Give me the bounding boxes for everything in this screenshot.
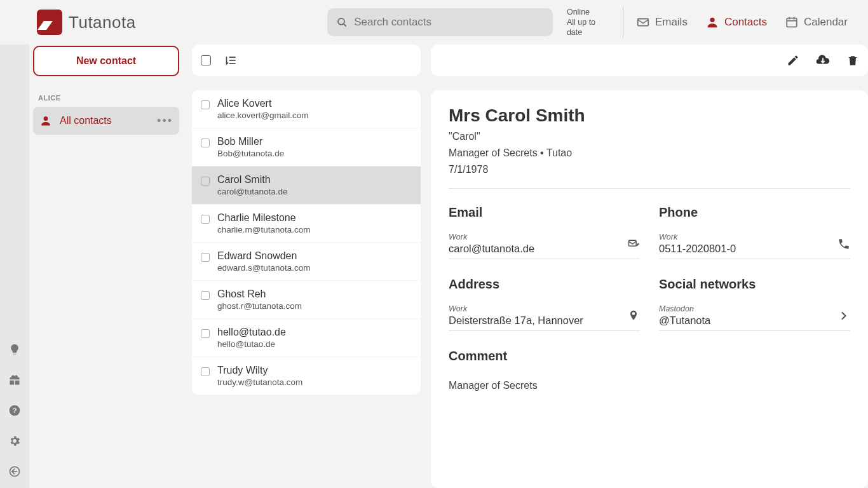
- svg-text:?: ?: [12, 406, 17, 414]
- svg-point-2: [710, 18, 714, 22]
- settings-icon[interactable]: [8, 435, 21, 450]
- svg-rect-16: [629, 240, 637, 246]
- row-checkbox[interactable]: [201, 329, 210, 338]
- contact-name: Bob Miller: [217, 136, 284, 147]
- contact-role: Manager of Secrets • Tutao: [449, 147, 850, 159]
- row-checkbox[interactable]: [201, 177, 210, 186]
- edit-icon[interactable]: [787, 54, 799, 67]
- contact-title: Mrs Carol Smith: [449, 105, 850, 126]
- row-checkbox[interactable]: [201, 367, 210, 376]
- contact-email: charlie.m@tutanota.com: [217, 225, 311, 234]
- nav-emails[interactable]: Emails: [627, 0, 696, 44]
- contact-name: Alice Kovert: [217, 98, 309, 109]
- sidebar-item-all-contacts[interactable]: All contacts •••: [33, 107, 179, 135]
- search-container: [327, 8, 553, 36]
- contact-row[interactable]: Carol Smithcarol@tutanota.de: [192, 166, 421, 204]
- nav-calendar[interactable]: Calendar: [776, 0, 857, 44]
- contact-dob: 7/1/1978: [449, 164, 850, 175]
- tip-icon[interactable]: [8, 343, 21, 358]
- row-checkbox[interactable]: [201, 253, 210, 262]
- row-checkbox[interactable]: [201, 291, 210, 300]
- call-icon[interactable]: [837, 238, 850, 253]
- search-input[interactable]: [354, 16, 544, 29]
- contact-email: alice.kovert@gmail.com: [217, 111, 309, 120]
- app-body: ? New contact ALICE All contacts ••• Ali…: [0, 44, 868, 488]
- top-nav: Emails Contacts Calendar: [627, 0, 857, 44]
- detail-toolbar: [431, 44, 868, 76]
- compose-mail-icon[interactable]: [627, 238, 640, 253]
- contact-row[interactable]: hello@tutao.dehello@tutao.de: [192, 319, 421, 356]
- svg-point-11: [44, 116, 48, 121]
- left-rail: ?: [0, 44, 29, 488]
- contact-nick: "Carol": [449, 131, 850, 142]
- section-phone-heading: Phone: [659, 205, 850, 220]
- row-checkbox[interactable]: [201, 139, 210, 147]
- nav-emails-label: Emails: [655, 16, 688, 29]
- svg-line-1: [343, 24, 346, 26]
- contact-email: edward.s@tutanota.com: [217, 263, 311, 273]
- contact-row[interactable]: Ghost Rehghost.r@tutanota.com: [192, 281, 421, 318]
- sidebar-owner-label: ALICE: [38, 94, 179, 102]
- contact-name: Trudy Wilty: [217, 365, 302, 376]
- field-address-label: Work: [449, 304, 621, 313]
- sort-list-icon[interactable]: [225, 54, 238, 67]
- logout-icon[interactable]: [8, 465, 21, 480]
- contact-detail: Mrs Carol Smith "Carol" Manager of Secre…: [431, 90, 868, 488]
- contact-row-text: Trudy Wiltytrudy.w@tutanota.com: [217, 365, 302, 387]
- select-all-checkbox[interactable]: [201, 55, 211, 65]
- divider: [449, 188, 850, 189]
- app-header: Tutanota Online All up to date Emails Co…: [0, 0, 868, 44]
- list-toolbar: [192, 44, 421, 76]
- contact-row[interactable]: Charlie Milestonecharlie.m@tutanota.com: [192, 205, 421, 242]
- contact-row-text: Bob MillerBob@tutanota.de: [217, 136, 284, 158]
- field-phone-label: Work: [659, 233, 831, 241]
- field-address: Work Deisterstraße 17a, Hannover: [449, 303, 640, 331]
- contact-row-text: Charlie Milestonecharlie.m@tutanota.com: [217, 212, 311, 234]
- delete-icon[interactable]: [846, 54, 859, 67]
- gift-icon[interactable]: [8, 374, 21, 389]
- nav-calendar-label: Calendar: [804, 16, 848, 29]
- field-phone-value: 0511-2020801-0: [659, 243, 831, 255]
- detail-pane: Mrs Carol Smith "Carol" Manager of Secre…: [431, 44, 868, 488]
- sidebar: New contact ALICE All contacts •••: [29, 44, 183, 488]
- search-field[interactable]: [327, 8, 553, 36]
- contact-row-text: Edward Snowdenedward.s@tutanota.com: [217, 250, 311, 273]
- download-icon[interactable]: [816, 53, 830, 67]
- contact-name: Charlie Milestone: [217, 212, 311, 224]
- contact-row[interactable]: Alice Kovertalice.kovert@gmail.com: [192, 90, 421, 128]
- contact-row-text: Ghost Rehghost.r@tutanota.com: [217, 288, 302, 311]
- contact-email: hello@tutao.de: [217, 339, 286, 349]
- section-social-heading: Social networks: [659, 277, 850, 292]
- more-icon[interactable]: •••: [157, 114, 173, 128]
- contact-email: carol@tutanota.de: [217, 187, 288, 196]
- person-icon: [705, 15, 719, 29]
- section-social: Social networks Mastodon @Tutanota: [659, 277, 850, 331]
- new-contact-button[interactable]: New contact: [33, 46, 179, 76]
- section-address-heading: Address: [449, 277, 640, 292]
- section-email: Email Work carol@tutanota.de: [449, 205, 640, 259]
- svg-rect-3: [787, 18, 797, 27]
- calendar-icon: [785, 15, 799, 29]
- status-online: Online: [567, 7, 611, 17]
- contact-row-text: Alice Kovertalice.kovert@gmail.com: [217, 98, 309, 120]
- field-social-label: Mastodon: [659, 304, 831, 313]
- contact-name: hello@tutao.de: [217, 327, 286, 338]
- contact-name: Edward Snowden: [217, 250, 311, 262]
- contact-email: ghost.r@tutanota.com: [217, 301, 302, 311]
- contact-row[interactable]: Trudy Wiltytrudy.w@tutanota.com: [192, 357, 421, 395]
- contact-row[interactable]: Edward Snowdenedward.s@tutanota.com: [192, 243, 421, 280]
- section-comment: Comment Manager of Secrets: [449, 349, 850, 391]
- map-pin-icon[interactable]: [627, 309, 640, 325]
- nav-contacts-label: Contacts: [724, 16, 767, 29]
- row-checkbox[interactable]: [201, 215, 210, 224]
- person-icon: [39, 114, 52, 127]
- chevron-right-icon[interactable]: [837, 309, 850, 325]
- field-social: Mastodon @Tutanota: [659, 303, 850, 331]
- help-icon[interactable]: ?: [8, 404, 21, 419]
- contact-row[interactable]: Bob MillerBob@tutanota.de: [192, 128, 421, 166]
- comment-text: Manager of Secrets: [449, 380, 850, 391]
- row-checkbox[interactable]: [201, 100, 210, 109]
- field-social-value: @Tutanota: [659, 315, 831, 327]
- nav-contacts[interactable]: Contacts: [696, 0, 776, 44]
- contact-email: trudy.w@tutanota.com: [217, 377, 302, 387]
